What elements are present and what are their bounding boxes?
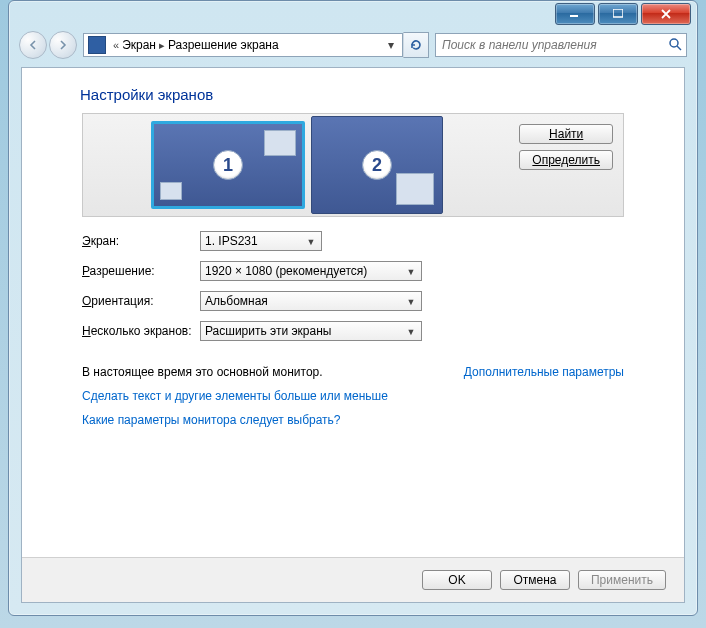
- minimize-button[interactable]: [555, 3, 595, 25]
- svg-point-2: [670, 39, 678, 47]
- svg-line-3: [677, 46, 681, 50]
- label-resolution: Разрешение:: [82, 264, 200, 278]
- monitor-2[interactable]: 2: [311, 116, 443, 214]
- orientation-value: Альбомная: [205, 294, 268, 308]
- resolution-select[interactable]: 1920 × 1080 (рекомендуется)▼: [200, 261, 422, 281]
- help-links: Сделать текст и другие элементы больше и…: [82, 389, 624, 437]
- forward-button[interactable]: [49, 31, 77, 59]
- status-row: В настоящее время это основной монитор. …: [82, 365, 624, 379]
- row-screen: Экран: 1. IPS231▼: [82, 231, 624, 251]
- chevron-down-icon: ▼: [404, 325, 418, 339]
- chevron-down-icon: ▼: [304, 235, 318, 249]
- titlebar: [9, 1, 697, 27]
- svg-rect-1: [613, 9, 623, 17]
- dialog-buttons: OK Отмена Применить: [22, 557, 684, 602]
- row-resolution: Разрешение: 1920 × 1080 (рекомендуется)▼: [82, 261, 624, 281]
- breadcrumb-item[interactable]: Разрешение экрана: [168, 38, 279, 52]
- monitor-preview[interactable]: 1 2 Найти Определить: [82, 113, 624, 217]
- breadcrumb-item[interactable]: Экран: [122, 38, 156, 52]
- which-settings-link[interactable]: Какие параметры монитора следует выбрать…: [82, 413, 624, 427]
- navbar: « Экран ▸ Разрешение экрана ▾: [19, 31, 687, 59]
- chevron-down-icon: ▼: [404, 265, 418, 279]
- maximize-button[interactable]: [598, 3, 638, 25]
- screen-value: 1. IPS231: [205, 234, 258, 248]
- find-button[interactable]: Найти: [519, 124, 613, 144]
- close-button[interactable]: [641, 3, 691, 25]
- label-multi: Несколько экранов:: [82, 324, 200, 338]
- cancel-button[interactable]: Отмена: [500, 570, 570, 590]
- window-thumb-icon: [396, 173, 434, 205]
- monitor-number: 1: [213, 150, 243, 180]
- control-panel-icon: [88, 36, 106, 54]
- window-thumb-icon: [160, 182, 182, 200]
- orientation-select[interactable]: Альбомная▼: [200, 291, 422, 311]
- primary-monitor-status: В настоящее время это основной монитор.: [82, 365, 323, 379]
- row-multi: Несколько экранов: Расширить эти экраны▼: [82, 321, 624, 341]
- window-controls: [552, 3, 691, 25]
- page-title: Настройки экранов: [80, 86, 684, 103]
- monitor-1[interactable]: 1: [151, 121, 305, 209]
- nav-back-forward: [19, 31, 77, 59]
- screen-select[interactable]: 1. IPS231▼: [200, 231, 322, 251]
- monitor-number: 2: [362, 150, 392, 180]
- chevron-down-icon: ▼: [404, 295, 418, 309]
- label-screen: Экран:: [82, 234, 200, 248]
- chevron-icon: ▸: [159, 39, 165, 52]
- chevron-icon: «: [113, 39, 119, 51]
- svg-rect-0: [570, 15, 578, 17]
- search-icon[interactable]: [668, 37, 682, 54]
- refresh-button[interactable]: [403, 32, 429, 58]
- identify-button[interactable]: Определить: [519, 150, 613, 170]
- window: « Экран ▸ Разрешение экрана ▾ Настройки …: [8, 0, 698, 616]
- advanced-settings-link[interactable]: Дополнительные параметры: [464, 365, 624, 379]
- breadcrumb[interactable]: « Экран ▸ Разрешение экрана ▾: [83, 33, 403, 57]
- search-box[interactable]: [435, 33, 687, 57]
- resolution-value: 1920 × 1080 (рекомендуется): [205, 264, 367, 278]
- window-thumb-icon: [264, 130, 296, 156]
- settings-form: Экран: 1. IPS231▼ Разрешение: 1920 × 108…: [82, 231, 624, 351]
- multi-value: Расширить эти экраны: [205, 324, 331, 338]
- label-orientation: Ориентация:: [82, 294, 200, 308]
- content-panel: Настройки экранов 1 2 Найти Определить Э…: [21, 67, 685, 603]
- search-input[interactable]: [440, 37, 668, 53]
- preview-buttons: Найти Определить: [519, 124, 613, 170]
- ok-button[interactable]: OK: [422, 570, 492, 590]
- text-size-link[interactable]: Сделать текст и другие элементы больше и…: [82, 389, 624, 403]
- chevron-down-icon[interactable]: ▾: [384, 38, 398, 52]
- multi-select[interactable]: Расширить эти экраны▼: [200, 321, 422, 341]
- row-orientation: Ориентация: Альбомная▼: [82, 291, 624, 311]
- apply-button: Применить: [578, 570, 666, 590]
- back-button[interactable]: [19, 31, 47, 59]
